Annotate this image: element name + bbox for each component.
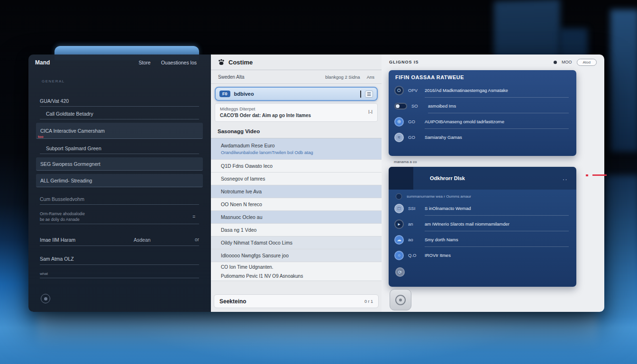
list-item[interactable]: Oildy Nihmat Tdamst Ooco Lims <box>211 237 382 249</box>
status-key: OPV <box>408 88 420 93</box>
status-key: GO <box>408 135 420 140</box>
status-row[interactable]: SO asmoibed Ims <box>389 98 576 114</box>
menu-lines-icon[interactable]: ☰ <box>365 91 373 98</box>
field-line1: Orm-Ramve ahodoalodie <box>40 211 85 217</box>
list-item[interactable]: OO Noen N fereco <box>211 198 382 211</box>
settings-field[interactable]: CICA Interactive Camersham too <box>36 123 203 139</box>
field-label: ALL Gerlimd- Streading <box>40 178 92 183</box>
item-list: Awdamadum Rese Euro Orandilwunbalodie la… <box>211 138 382 281</box>
field-label: CICA Interactive Camersham <box>40 128 105 134</box>
list-item[interactable]: Awdamadum Rese Euro Orandilwunbalodie la… <box>211 138 382 160</box>
library-panel: Costime Sweden Alta blankgog 2 Sidna Ans… <box>211 55 382 312</box>
settings-field[interactable]: Sam Atma OLZ <box>40 253 199 265</box>
menu-item-store[interactable]: Store <box>139 60 151 65</box>
list-subheader: Sweden Alta blankgog 2 Sidna Ans <box>211 70 382 84</box>
footer-count: 0 r 1 <box>364 299 373 304</box>
selected-item-label: bdbiveo <box>234 91 357 97</box>
list-item-label: Dasa ng 1 Vdeo <box>221 227 256 233</box>
status-text: AUIPOIBAmaseng omold tadrfasttzorne <box>425 115 569 129</box>
red-dot <box>586 174 588 176</box>
settings-field[interactable]: SEG Swopess Gormegnert <box>36 157 203 171</box>
settings-field[interactable]: what <box>40 270 199 278</box>
wave-icon[interactable]: ≈ <box>394 133 404 142</box>
storage-key: ao <box>408 237 420 242</box>
list-item-label: Masnuoc Ocleo au <box>221 214 263 220</box>
window-reflection <box>38 314 597 348</box>
field-label: what <box>40 272 48 276</box>
status-row[interactable]: ⊕ GO AUIPOIBAmaseng omold tadrfasttzorne <box>389 114 576 129</box>
header-pill-button[interactable]: Atod <box>577 59 597 66</box>
settings-menu: Store Ouaestiones los <box>139 60 203 65</box>
storage-note-row: summanurnamw wea r Oumms amaur <box>389 190 576 200</box>
folder-icon[interactable]: ▸ <box>394 219 404 229</box>
storage-text: S inOlnamacto Wemad <box>425 201 569 216</box>
storage-row[interactable]: □ SSI S inOlnamacto Wemad <box>389 200 576 216</box>
status-key: GO <box>408 119 420 124</box>
footer-label[interactable]: Seekteino <box>219 298 246 305</box>
globe-icon[interactable]: ⊕ <box>394 117 404 127</box>
list-item[interactable]: Masnuoc Ocleo au <box>211 211 382 224</box>
settings-title: Mand <box>35 59 139 66</box>
paw-icon <box>218 59 225 66</box>
status-row[interactable]: ⏻ OPV 2016/Ad Madkmatinaestemgag Asmatak… <box>389 82 576 98</box>
info-icon[interactable] <box>41 294 50 303</box>
settings-field[interactable]: Cum Busseledvohm <box>40 193 199 205</box>
info-line1: Midteggs Diterpet <box>220 106 368 111</box>
background-window-light-2 <box>610 9 637 152</box>
settings-field[interactable]: Imae IIM Haram Asdean or <box>40 234 199 246</box>
section-label: GENERAL <box>42 79 65 83</box>
equals-icon[interactable]: = <box>192 214 195 220</box>
list-item-label: Putiomamo Pevic I1 NV O9 Asnoakuns <box>221 273 303 279</box>
storage-row[interactable]: ○ Q.O IROVIr Itmes <box>389 247 576 263</box>
more-options-icon[interactable]: .. <box>563 175 576 182</box>
settings-field[interactable]: GUA/Vat 420 <box>40 95 199 107</box>
cloud-icon[interactable]: ☁ <box>394 235 404 245</box>
drive-icon[interactable]: ○ <box>394 251 404 260</box>
settings-field[interactable]: Subport Spalmard Green <box>40 143 199 154</box>
toggle-icon[interactable] <box>394 103 407 109</box>
list-item-sublabel[interactable]: Orandilwunbalodie lanomTrwilen bol Odb a… <box>221 150 313 155</box>
section-header-label: Sasonagg Video <box>218 128 260 134</box>
status-key: SO <box>411 103 424 109</box>
power-icon[interactable]: ⏻ <box>394 86 404 95</box>
list-item[interactable]: CO Ion Time Udgnanten. <box>211 262 382 272</box>
detail-header-mid[interactable]: MOO <box>562 60 572 64</box>
red-annotation-marker <box>586 173 609 177</box>
settings-field[interactable]: Orm-Ramve ahodoalodie be ae doliy do Asn… <box>40 210 199 224</box>
subheader-sort[interactable]: blankgog 2 Sidna <box>325 74 360 80</box>
field-label: Cum Busseledvohm <box>40 196 84 202</box>
menu-item-questions[interactable]: Ouaestiones los <box>161 60 197 65</box>
selected-list-item[interactable]: F0 bdbiveo ☰ <box>215 87 378 101</box>
status-text: asmoibed Ims <box>428 99 569 113</box>
sync-icon[interactable]: ⟳ <box>395 267 405 277</box>
field-line2: be ae doliy do Asnade <box>40 217 80 222</box>
list-item[interactable]: Dasa ng 1 Vdeo <box>211 224 382 237</box>
status-row[interactable]: ≈ GO Samiarahy Gamas <box>389 129 576 145</box>
storage-card: Odkhrorr Dlsk .. summanurnamw wea r Oumm… <box>389 167 576 287</box>
field-label: Subport Spalmard Green <box>46 146 101 151</box>
resize-handle-icon[interactable]: I-I <box>368 109 373 115</box>
doc-icon[interactable]: □ <box>394 204 404 213</box>
settings-field[interactable]: Call Goldtate Betadry <box>40 108 199 119</box>
list-item[interactable]: Sosnegov of Iamres <box>211 173 382 185</box>
list-item[interactable]: Putiomamo Pevic I1 NV O9 Asnoakuns <box>211 272 382 281</box>
record-button[interactable] <box>390 289 411 310</box>
list-item[interactable]: Idlooooo Nwngfgs Sansure joo <box>211 249 382 262</box>
settings-field[interactable]: ALL Gerlimd- Streading <box>36 174 203 187</box>
list-item-label: Oildy Nihmat Tdamst Ooco Lims <box>221 240 292 246</box>
red-dash <box>592 174 607 176</box>
dot-icon <box>396 193 402 200</box>
list-item[interactable]: Notrotume Ive Ava <box>211 185 382 198</box>
field-right-value: or <box>195 237 199 242</box>
storage-row[interactable]: ☁ ao Smy dorth Nams <box>389 232 576 247</box>
list-item-label: Notrotume Ive Ava <box>221 189 262 194</box>
info-card[interactable]: Midteggs Diterpet CACO'B Oder dat: Aim a… <box>215 103 378 122</box>
subheader-left[interactable]: Sweden Alta <box>218 74 245 80</box>
section-header: Sasonagg Video <box>211 124 382 138</box>
storage-row[interactable]: ▸ an am IWInerio Slarots mail niommamila… <box>389 216 576 232</box>
list-item[interactable]: Q1D Fdns Oawato leco <box>211 160 382 173</box>
app-window: Mand Store Ouaestiones los GENERAL GUA/V… <box>28 55 604 312</box>
subheader-filter[interactable]: Ans <box>367 74 374 80</box>
library-title: Costime <box>228 59 253 66</box>
settings-panel: Mand Store Ouaestiones los GENERAL GUA/V… <box>28 55 211 312</box>
